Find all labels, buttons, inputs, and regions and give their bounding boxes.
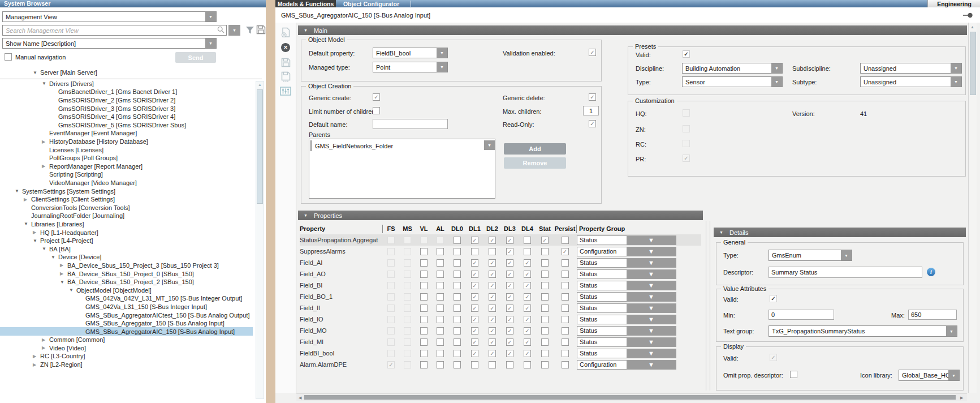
default-property-dropdown[interactable]: FieldBI_bool ▼ xyxy=(373,48,448,58)
dropdown-arrow-icon[interactable]: ▼ xyxy=(205,38,216,48)
max-input[interactable]: 650 xyxy=(908,310,957,320)
property-flag-checkbox[interactable] xyxy=(387,271,395,278)
filter-funnel-icon[interactable] xyxy=(245,26,254,36)
property-flag-checkbox[interactable]: ✓ xyxy=(489,350,496,357)
property-flag-checkbox[interactable]: ✓ xyxy=(541,237,549,244)
property-flag-checkbox[interactable] xyxy=(404,338,411,346)
save-filter-icon[interactable] xyxy=(256,25,266,36)
expand-arrow-icon[interactable]: ▶ xyxy=(33,362,40,367)
collapse-arrow-icon[interactable]: ▼ xyxy=(304,28,308,32)
property-flag-checkbox[interactable] xyxy=(541,293,549,301)
property-flag-checkbox[interactable]: ✓ xyxy=(524,259,531,267)
send-button[interactable]: Send xyxy=(175,52,216,63)
property-flag-checkbox[interactable]: ✓ xyxy=(506,248,513,255)
generic-delete-checkbox[interactable]: ✓ xyxy=(589,93,596,101)
tree-item[interactable]: ▶Video [Video] xyxy=(0,344,253,353)
tree-item[interactable]: ▶RC [L3-Country] xyxy=(0,352,253,361)
parent-list-item[interactable]: GMS_FieldNetworks_Folder▼ xyxy=(310,140,495,151)
property-flag-checkbox[interactable] xyxy=(437,271,444,278)
property-flag-checkbox[interactable] xyxy=(420,259,428,267)
min-input[interactable]: 0 xyxy=(769,310,834,320)
property-flag-checkbox[interactable] xyxy=(387,316,395,323)
add-parent-button[interactable]: Add xyxy=(504,143,566,155)
property-group-dropdown[interactable]: Status▼ xyxy=(577,235,676,245)
property-row[interactable]: Alarm.AlarmDPE✓Configuration▼ xyxy=(300,359,701,370)
property-flag-checkbox[interactable]: ✓ xyxy=(506,350,513,357)
property-flag-checkbox[interactable] xyxy=(404,259,411,267)
property-flag-checkbox[interactable] xyxy=(404,316,411,323)
property-flag-checkbox[interactable] xyxy=(420,271,428,278)
property-flag-checkbox[interactable]: ✓ xyxy=(471,350,478,357)
detail-type-dropdown[interactable]: GmsEnum ▼ xyxy=(769,250,852,261)
configure-columns-icon[interactable] xyxy=(279,85,292,97)
property-flag-checkbox[interactable] xyxy=(420,293,428,301)
property-group-dropdown[interactable]: Status▼ xyxy=(577,303,676,313)
tree-item[interactable]: EventManager [Event Manager] xyxy=(0,129,253,138)
property-flag-checkbox[interactable] xyxy=(437,248,444,255)
delete-object-icon[interactable]: ✕ xyxy=(279,41,292,54)
property-flag-checkbox[interactable] xyxy=(404,305,411,312)
property-flag-checkbox[interactable]: ✓ xyxy=(506,293,513,301)
tab-object-configurator[interactable]: Object Configurator xyxy=(336,0,407,7)
expand-arrow-icon[interactable]: ▶ xyxy=(60,263,67,268)
display-valid-checkbox[interactable]: ✓ xyxy=(770,354,777,361)
property-flag-checkbox[interactable]: ✓ xyxy=(471,282,478,289)
property-flag-checkbox[interactable]: ✓ xyxy=(471,271,478,278)
details-splitter[interactable] xyxy=(706,221,710,391)
parents-listbox[interactable]: GMS_FieldNetworks_Folder▼ xyxy=(309,139,495,199)
vertical-scrollbar[interactable]: ▲ xyxy=(968,23,977,393)
default-name-input[interactable] xyxy=(373,119,448,129)
dropdown-arrow-icon[interactable]: ▼ xyxy=(205,12,216,22)
property-flag-checkbox[interactable] xyxy=(387,350,395,357)
property-flag-checkbox[interactable] xyxy=(454,271,461,278)
property-row[interactable]: FieldBI_bool✓✓✓✓Status▼ xyxy=(300,348,701,359)
subdiscipline-dropdown[interactable]: Unassigned ▼ xyxy=(860,63,962,74)
dropdown-arrow-icon[interactable]: ▼ xyxy=(841,250,852,260)
property-flag-checkbox[interactable]: ✓ xyxy=(489,305,496,312)
expand-arrow-icon[interactable]: ▶ xyxy=(60,271,67,276)
property-row[interactable]: Field_MO✓✓✓✓Status▼ xyxy=(300,325,701,336)
property-group-dropdown[interactable]: Status▼ xyxy=(577,337,676,347)
property-flag-checkbox[interactable] xyxy=(420,248,428,255)
property-flag-checkbox[interactable] xyxy=(437,305,444,312)
property-flag-checkbox[interactable] xyxy=(437,361,444,368)
dropdown-arrow-icon[interactable]: ▼ xyxy=(437,48,447,58)
tree-item[interactable]: ▶ClientSettings [Client Settings] xyxy=(0,195,253,204)
property-flag-checkbox[interactable] xyxy=(420,327,428,335)
property-group-dropdown[interactable]: Status▼ xyxy=(577,258,676,268)
rc-checkbox[interactable] xyxy=(683,140,690,147)
tree-item[interactable]: ▼Libraries [Libraries] xyxy=(0,220,253,229)
property-flag-checkbox[interactable] xyxy=(454,305,461,312)
properties-section-header[interactable]: ▼ Properties xyxy=(298,211,703,220)
va-valid-checkbox[interactable]: ✓ xyxy=(770,295,777,302)
property-flag-checkbox[interactable] xyxy=(541,305,549,312)
property-flag-checkbox[interactable] xyxy=(387,338,395,346)
tree-item[interactable]: Scripting [Scripting] xyxy=(0,170,253,179)
property-row[interactable]: Field_AI✓✓✓✓Status▼ xyxy=(300,257,701,268)
validation-enabled-checkbox[interactable]: ✓ xyxy=(589,49,596,56)
column-header[interactable]: Property Group xyxy=(577,225,679,232)
property-flag-checkbox[interactable] xyxy=(437,282,444,289)
dropdown-arrow-icon[interactable]: ▼ xyxy=(627,338,676,346)
discipline-dropdown[interactable]: Building Automation ▼ xyxy=(682,63,783,74)
property-row[interactable]: StatusPropagation.Aggregat✓✓✓✓Status▼ xyxy=(300,234,701,246)
read-only-checkbox[interactable]: ✓ xyxy=(589,120,596,127)
property-flag-checkbox[interactable] xyxy=(387,237,395,244)
property-flag-checkbox[interactable] xyxy=(562,282,569,289)
managed-type-dropdown[interactable]: Point ▼ xyxy=(373,62,448,72)
property-flag-checkbox[interactable] xyxy=(454,327,461,335)
property-flag-checkbox[interactable] xyxy=(541,282,549,289)
panel-splitter[interactable] xyxy=(266,0,276,403)
property-group-dropdown[interactable]: Status▼ xyxy=(577,292,676,302)
property-flag-checkbox[interactable] xyxy=(562,259,569,267)
property-flag-checkbox[interactable] xyxy=(404,271,411,278)
column-header[interactable]: DL1 xyxy=(466,225,483,232)
expand-arrow-icon[interactable]: ▶ xyxy=(33,230,40,235)
property-group-dropdown[interactable]: Status▼ xyxy=(577,281,676,290)
column-header[interactable]: DL4 xyxy=(519,225,536,232)
info-icon[interactable]: i xyxy=(927,268,935,276)
horizontal-scrollbar[interactable]: ◀ ▶ xyxy=(296,393,967,401)
tree-item[interactable]: ▶ZN [L2-Region] xyxy=(0,361,253,369)
property-flag-checkbox[interactable] xyxy=(437,327,444,335)
property-flag-checkbox[interactable] xyxy=(387,305,395,312)
